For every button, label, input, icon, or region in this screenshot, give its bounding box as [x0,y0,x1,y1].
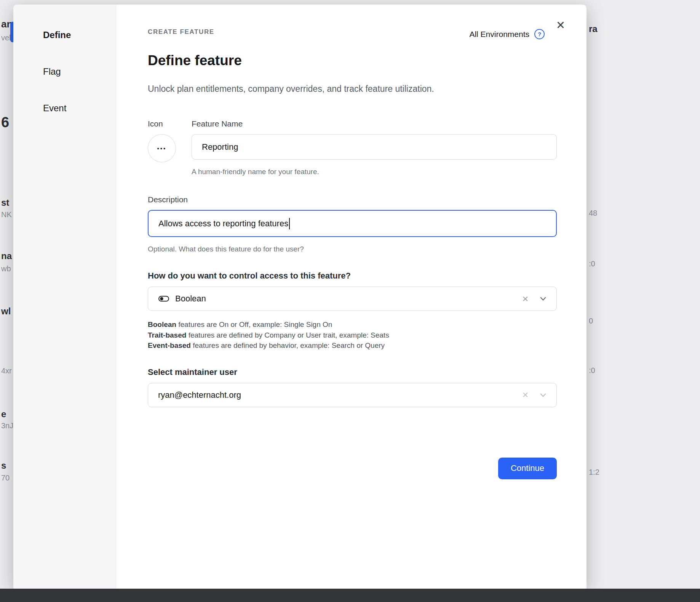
access-type-select[interactable]: Boolean ✕ [148,287,557,311]
toggle-icon [158,295,169,303]
background-text-fragment: :0 [589,366,595,375]
background-text-fragment: wl [1,306,11,317]
background-text-fragment: ra [589,24,598,34]
background-text-fragment: 1:2 [589,468,599,477]
environment-selector: All Environments ? [469,29,545,39]
maintainer-field: Select maintainer user ryan@echternacht.… [148,367,557,407]
background-text-fragment: NK [1,210,12,219]
background-text-fragment: na [1,251,12,261]
chevron-down-icon[interactable] [539,391,547,399]
background-text-fragment: wb [1,264,11,273]
continue-button[interactable]: Continue [498,458,557,479]
clear-selection-icon[interactable]: ✕ [522,295,529,303]
access-select-controls: ✕ [522,295,547,303]
maintainer-select[interactable]: ryan@echternacht.org ✕ [148,383,557,407]
access-type-value: Boolean [175,294,206,304]
maintainer-select-controls: ✕ [522,391,547,399]
helper-line: Boolean features are On or Off, example:… [148,319,557,330]
access-type-helper: Boolean features are On or Off, example:… [148,319,557,351]
background-text-fragment: 4xr [1,367,12,375]
page-title: Define feature [148,52,557,69]
background-text-fragment: 0 [589,317,593,325]
help-icon[interactable]: ? [534,29,545,39]
bottom-bar [0,589,700,602]
background-text-fragment: vel [1,34,11,42]
description-field: Description Allows access to reporting f… [148,195,557,254]
step-event[interactable]: Event [43,103,116,114]
background-text-fragment: s [1,460,6,471]
icon-field: Icon ••• [148,119,192,176]
background-text-fragment: 3nJ [1,421,13,430]
step-sidebar: Define Flag Event [13,5,116,589]
text-cursor [289,218,290,229]
description-input[interactable]: Allows access to reporting features [148,210,557,237]
ellipsis-icon: ••• [157,145,167,152]
access-control-field: How do you want to control access to thi… [148,271,557,351]
feature-name-input[interactable] [192,134,557,160]
create-feature-modal: Define Flag Event All Environments ? ✕ C… [13,5,587,589]
environment-label: All Environments [469,30,529,39]
icon-name-row: Icon ••• Feature Name A human-friendly n… [148,119,557,176]
page-subtitle: Unlock plan entitlements, company overri… [148,83,557,94]
feature-icon-button[interactable]: ••• [148,134,176,162]
icon-label: Icon [148,119,192,129]
background-text-fragment: st [1,197,9,208]
background-text-fragment: :0 [589,259,595,268]
background-text-fragment: e [1,409,6,419]
step-flag[interactable]: Flag [43,66,116,77]
modal-content: All Environments ? ✕ CREATE FEATURE Defi… [116,5,587,589]
maintainer-label: Select maintainer user [148,367,557,378]
chevron-down-icon[interactable] [539,295,547,303]
description-label: Description [148,195,557,205]
feature-name-label: Feature Name [192,119,557,129]
helper-line: Trait-based features are defined by Comp… [148,330,557,341]
maintainer-value: ryan@echternacht.org [158,390,241,400]
close-icon[interactable]: ✕ [555,19,566,32]
feature-name-field: Feature Name A human-friendly name for y… [192,119,557,176]
background-text-fragment: 70 [1,474,10,482]
step-define[interactable]: Define [43,30,116,40]
access-control-label: How do you want to control access to thi… [148,271,557,281]
feature-name-helper: A human-friendly name for your feature. [192,167,557,176]
background-text-fragment: 48 [589,209,597,218]
modal-footer: Continue [148,458,557,479]
access-type-selected: Boolean [158,294,522,304]
background-text-fragment: 6 [1,114,9,131]
description-value: Allows access to reporting features [158,219,288,229]
maintainer-selected: ryan@echternacht.org [158,390,522,400]
helper-line: Event-based features are defined by beha… [148,340,557,351]
description-helper: Optional. What does this feature do for … [148,245,557,254]
clear-selection-icon[interactable]: ✕ [522,391,529,399]
